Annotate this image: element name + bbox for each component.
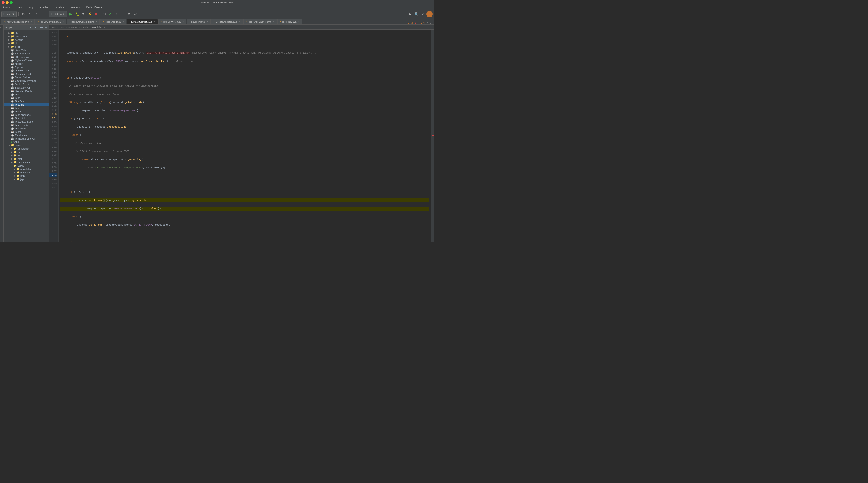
tree-item-testic[interactable]: ☕ TestIC: [4, 109, 49, 113]
menu-item-catalina[interactable]: catalina: [53, 5, 65, 9]
tree-item-filter[interactable]: ▶ 📁 filter: [4, 31, 49, 35]
tree-item-testoutputbuffer[interactable]: ☕ TestOutputBuffer: [4, 120, 49, 123]
toolbar-sync-icon[interactable]: ⇄: [33, 11, 39, 17]
close-tab-icon[interactable]: ×: [154, 21, 156, 23]
tree-item-removetest[interactable]: ☕ RemoveTest: [4, 69, 49, 72]
close-tab-icon[interactable]: ×: [207, 21, 208, 23]
tree-item-socketserver[interactable]: ☕ SocketServer: [4, 86, 49, 89]
nav-up-icon[interactable]: ∧: [427, 22, 428, 24]
bootstrap-dropdown[interactable]: Bootstrap ▼: [49, 11, 67, 17]
nav-down-icon[interactable]: ∨: [430, 22, 431, 24]
tree-item-testlefcle[interactable]: ☕ TestLefcle: [4, 117, 49, 120]
file-tab-httpservlet[interactable]: J HttpServlet.java ×: [158, 19, 186, 24]
tree-item-servlet[interactable]: ▼ 📁 servlet: [4, 164, 49, 167]
file-tab-coyoteadapter[interactable]: J CoyoteAdapter.java ×: [211, 19, 243, 24]
tree-item-testbase[interactable]: ☕ TestBase: [4, 99, 49, 103]
maximize-button[interactable]: [10, 1, 13, 4]
tree-item-pool[interactable]: ▶ 📁 pool: [4, 45, 49, 49]
file-tab-testfind[interactable]: J TestFind.java ×: [277, 19, 302, 24]
tree-item-shutdwncommand[interactable]: ☕ ShutdwnCommand: [4, 79, 49, 83]
code-content[interactable]: } CacheEntry cacheEntry = resources.look…: [59, 30, 431, 242]
close-tab-icon[interactable]: ×: [298, 21, 300, 23]
close-tab-icon[interactable]: ×: [62, 21, 64, 23]
tree-item-niotest[interactable]: ☕ NioTest: [4, 62, 49, 65]
tree-item-basicvalue[interactable]: ☕ BasicValue: [4, 49, 49, 52]
git-checkmark-icon[interactable]: ✓: [107, 11, 113, 17]
tree-item-testxx[interactable]: ☕ Testxx: [4, 130, 49, 133]
close-button[interactable]: [2, 1, 4, 4]
tree-item-persistence[interactable]: ▶ 📁 persistence: [4, 160, 49, 164]
menu-item-servlets[interactable]: servlets: [69, 5, 81, 9]
profile-button[interactable]: ⚡: [87, 11, 92, 17]
file-tab-proxydircontext[interactable]: J ProxyDirContext.java ×: [1, 19, 34, 24]
tree-item-value[interactable]: ● Value: [4, 140, 49, 143]
toolbar-gear-icon[interactable]: ⋯: [39, 11, 45, 17]
tree-item-jdtcompile[interactable]: ☕ JDTCompile: [4, 55, 49, 59]
close-tab-icon[interactable]: ×: [96, 21, 97, 23]
tree-item-mail[interactable]: ▶ 📁 mail: [4, 157, 49, 160]
stop-button[interactable]: ⏹: [93, 11, 99, 17]
project-dropdown[interactable]: Project ▼: [1, 11, 17, 17]
minimize-button[interactable]: [6, 1, 9, 4]
translate-icon[interactable]: A: [407, 11, 413, 17]
tree-item-naming[interactable]: ▶ 📁 naming: [4, 38, 49, 41]
project-dropdown-icon[interactable]: ▼: [30, 26, 32, 29]
close-tab-icon[interactable]: ×: [273, 21, 274, 23]
project-sync-icon[interactable]: ↕: [37, 26, 39, 29]
tree-item-thirdvalue[interactable]: ☕ ThirdValue: [4, 133, 49, 137]
file-tab-defaultservlet[interactable]: J DefaultServlet.java ×: [127, 19, 158, 24]
tree-item-nio[interactable]: ▶ 📁 nio: [4, 41, 49, 45]
coverage-button[interactable]: ☂: [81, 11, 86, 17]
project-collapse-icon[interactable]: —: [40, 26, 43, 29]
tree-item-javax[interactable]: ▼ 📁 javax: [4, 143, 49, 147]
edge-tab-project[interactable]: P: [0, 25, 4, 30]
close-tab-icon[interactable]: ×: [239, 21, 241, 23]
menu-item-defaultservlet[interactable]: DefaultServlet: [85, 5, 104, 9]
git-revert-icon[interactable]: ↩: [133, 11, 138, 17]
help-icon[interactable]: ?: [420, 11, 425, 17]
file-tab-resource[interactable]: J Resource.java ×: [100, 19, 126, 24]
tree-item-descriptor[interactable]: ▶ 📁 descriptor: [4, 171, 49, 174]
tree-item-testuserdir[interactable]: ☕ TestUserDir: [4, 123, 49, 127]
file-tab-mapper[interactable]: J Mapper.java ×: [187, 19, 211, 24]
tree-item-testi[interactable]: ☕ TestI: [4, 106, 49, 109]
menu-item-apache[interactable]: apache: [38, 5, 50, 9]
tree-item-test[interactable]: ☕ Test: [4, 93, 49, 96]
tree-item-el[interactable]: ▶ 📁 el: [4, 154, 49, 157]
tree-item-annotation[interactable]: ▶ 📁 annotation: [4, 147, 49, 150]
search-icon[interactable]: 🔍: [413, 11, 419, 17]
tree-item-socketclient[interactable]: ☕ SocketClient: [4, 83, 49, 86]
toolbar-settings-icon[interactable]: ⚙: [21, 11, 26, 17]
tree-item-mynamecontext[interactable]: ☕ MyNameContext: [4, 59, 49, 62]
user-avatar[interactable]: U: [426, 11, 433, 17]
close-tab-icon[interactable]: ×: [182, 21, 184, 23]
close-tab-icon[interactable]: ×: [122, 21, 124, 23]
menu-item-java[interactable]: java: [17, 5, 24, 9]
git-update-icon[interactable]: ↑: [114, 11, 119, 17]
project-settings-icon[interactable]: ⚙: [34, 26, 36, 29]
tree-item-secondvalue[interactable]: ☕ SecondValue: [4, 75, 49, 79]
debug-button[interactable]: 🐛: [74, 11, 80, 17]
tree-item-testb[interactable]: ☕ TestB: [4, 96, 49, 99]
close-tab-icon[interactable]: ×: [31, 21, 32, 23]
tree-item-respfiltertest[interactable]: ☕ RespFilterTest: [4, 72, 49, 75]
menu-item-tomcat[interactable]: tomcat: [2, 5, 13, 9]
file-tab-basedircontext[interactable]: J BaseDirContext.java ×: [67, 19, 100, 24]
git-history-icon[interactable]: ⟳: [126, 11, 132, 17]
menu-item-org[interactable]: org: [28, 5, 34, 9]
tree-item-bytebuffertest[interactable]: ☕ ByteBufferTest: [4, 52, 49, 55]
git-push-icon[interactable]: ↓: [120, 11, 126, 17]
tree-item-groupsend[interactable]: ▶ 📁 group.send: [4, 35, 49, 38]
tree-item-testvalve[interactable]: ☕ TestValve: [4, 127, 49, 130]
tree-item-testfind[interactable]: ☕ TestFind: [4, 103, 49, 106]
tree-item-pipeline[interactable]: ☕ Pipeline: [4, 65, 49, 69]
file-tab-resourcecache[interactable]: J ResourceCache.java ×: [244, 19, 277, 24]
tree-item-http[interactable]: ▶ 📁 http: [4, 174, 49, 178]
tree-item-standardpipeline[interactable]: ☕ StandardPipeline: [4, 89, 49, 93]
file-tab-filedircontext[interactable]: J FileDirContext.java ×: [35, 19, 66, 24]
tree-item-tomcatsslserver[interactable]: ☕ TomcatSSLServer: [4, 137, 49, 140]
tree-item-jsp[interactable]: ▶ 📁 jsp: [4, 178, 49, 181]
tree-item-testlanguage[interactable]: ☕ TestLanguage: [4, 113, 49, 117]
tree-item-ejb[interactable]: ▶ 📁 ejb: [4, 150, 49, 154]
toolbar-list-icon[interactable]: ≡: [27, 11, 32, 17]
